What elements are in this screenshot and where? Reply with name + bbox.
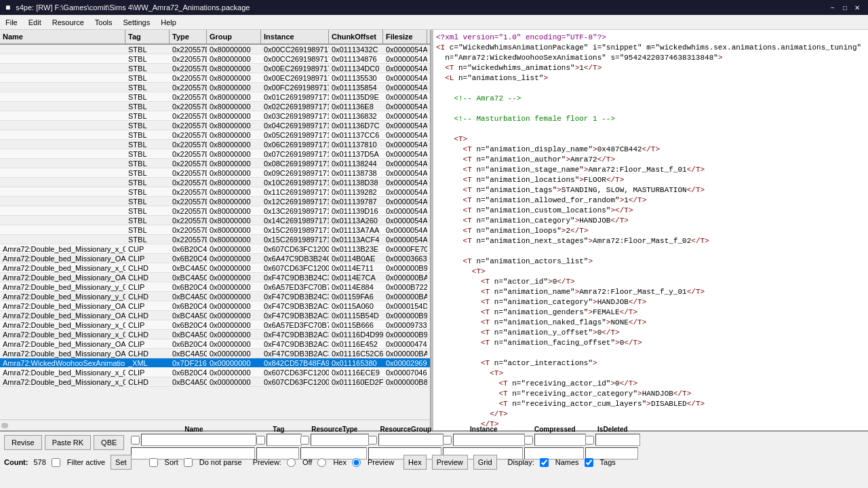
table-row[interactable]: STBL0x220557DA0x800000000x00EC2691989717…: [0, 73, 430, 83]
preview-off-radio[interactable]: [287, 458, 296, 467]
table-row[interactable]: STBL0x220557DA0x800000000x10C26919897171…: [0, 178, 430, 187]
col-header-tag[interactable]: Tag: [125, 30, 170, 43]
grid-button[interactable]: Grid: [473, 455, 497, 470]
preview-off-label: Off: [302, 458, 312, 466]
sort-checkbox[interactable]: [149, 458, 158, 467]
sort-label: Sort: [165, 458, 178, 466]
table-row[interactable]: STBL0x220557DA0x800000000x15C26919897171…: [0, 235, 430, 244]
filter-labels-row: Name Tag ResourceType ResourceGroup Inst…: [131, 426, 864, 433]
table-row[interactable]: STBL0x220557DA0x800000000x00CC2691989717…: [0, 54, 430, 64]
col-header-type[interactable]: Type: [170, 30, 207, 43]
filter-isdeleted-input[interactable]: [595, 434, 640, 446]
table-row[interactable]: STBL0x220557DA0x800000000x05C26919897171…: [0, 130, 430, 140]
tags-label: Tags: [600, 458, 616, 466]
preview-hex-radio[interactable]: [317, 458, 326, 467]
table-row[interactable]: STBL0x220557DA0x800000000x07C26919897171…: [0, 149, 430, 159]
filter-compressed-group: [524, 434, 585, 446]
table-row[interactable]: STBL0x220557DA0x800000000x15C26919897171…: [0, 225, 430, 235]
table-row[interactable]: STBL0x220557DA0x800000000x00EC2691989717…: [0, 64, 430, 73]
xml-viewer-panel: <?xml version="1.0" encoding="UTF-8"?> <…: [433, 30, 868, 430]
table-row[interactable]: STBL0x220557DA0x800000000x01C26919897171…: [0, 92, 430, 102]
col-header-name[interactable]: Name: [0, 30, 125, 43]
hex-button[interactable]: Hex: [403, 455, 427, 470]
col-header-filesize[interactable]: Filesize: [383, 30, 427, 43]
filter-active-checkbox[interactable]: [52, 458, 60, 467]
table-row[interactable]: Amra72:Double_bed_Missionary_y_05CLIP0x6…: [0, 282, 430, 292]
filter-resgroup-input[interactable]: [378, 434, 443, 446]
menu-tools[interactable]: Tools: [90, 15, 118, 30]
names-checkbox[interactable]: [540, 458, 549, 467]
table-row[interactable]: Amra72:Double_bed_Missionary_x_06CLHD0xB…: [0, 377, 430, 387]
menu-help[interactable]: Help: [155, 15, 182, 30]
col-header-instance[interactable]: Instance: [261, 30, 329, 43]
table-row[interactable]: Amra72:Double_bed_Missionary_x_06CLHD0xB…: [0, 330, 430, 339]
filter-tag-checkbox[interactable]: [256, 436, 265, 445]
table-row[interactable]: STBL0x220557DA0x800000000x09C26919897171…: [0, 168, 430, 178]
menu-resource[interactable]: Resource: [47, 15, 90, 30]
table-row[interactable]: STBL0x220557DA0x800000000x13C26919897171…: [0, 206, 430, 216]
table-row[interactable]: Amra72:Double_bed_Missionary_OA_05CLHD0x…: [0, 273, 430, 282]
table-row[interactable]: Amra72:Double_bed_Missionary_OA_07CLHD0x…: [0, 349, 430, 358]
tags-checkbox[interactable]: [585, 458, 593, 467]
count-label: Count:: [4, 458, 28, 466]
app-icon: ■: [5, 3, 10, 12]
table-row[interactable]: Amra72:Double_bed_Missionary_OA_06CLIP0x…: [0, 301, 430, 311]
filter-restype-checkbox[interactable]: [300, 436, 309, 445]
filter-name-input[interactable]: [141, 434, 256, 446]
filter-compressed-input[interactable]: [534, 434, 586, 446]
table-row[interactable]: Amra72:Double_bed_Missionary_OA_07CLIP0x…: [0, 339, 430, 349]
filter-label-instance: Instance: [443, 426, 524, 433]
do-not-parse-checkbox[interactable]: [184, 458, 193, 467]
maximize-button[interactable]: □: [840, 2, 850, 13]
resource-table-body[interactable]: STBL0x220557DA0x800000000x00CC2691989717…: [0, 45, 430, 419]
table-row[interactable]: STBL0x220557DA0x800000000x08C26919897171…: [0, 159, 430, 168]
filter-tag-input[interactable]: [267, 434, 302, 446]
table-row[interactable]: Amra72:Double_bed_Missionary_x_05CLHD0xB…: [0, 263, 430, 273]
close-button[interactable]: ✕: [852, 2, 863, 13]
menu-settings[interactable]: Settings: [117, 15, 155, 30]
menu-bar: File Edit Resource Tools Settings Help: [0, 15, 868, 30]
filter-label-name: Name: [131, 426, 256, 433]
table-row[interactable]: Amra72:Double_bed_Missionary_x_06CLIP0x6…: [0, 368, 430, 377]
table-row[interactable]: Amra72:Double_bed_Missionary_y_05CLHD0xB…: [0, 292, 430, 301]
col-header-chunkoffset[interactable]: ChunkOffset: [329, 30, 383, 43]
filter-isdeleted-checkbox[interactable]: [585, 436, 594, 445]
table-row[interactable]: STBL0x220557DA0x800000000x14C26919897171…: [0, 216, 430, 225]
table-row[interactable]: Amra72:Double_bed_Missionary_OA_05CLIP0x…: [0, 254, 430, 263]
filter-isdeleted-group: [585, 434, 639, 446]
preview-button[interactable]: Preview: [432, 455, 468, 470]
menu-edit[interactable]: Edit: [23, 15, 47, 30]
do-not-parse-label: Do not parse: [199, 458, 242, 466]
filter-instance-checkbox[interactable]: [443, 436, 452, 445]
table-row[interactable]: STBL0x220557DA0x800000000x04C26919897171…: [0, 121, 430, 130]
settings-row: Count: 578 Filter active Set Sort Do not…: [0, 453, 868, 471]
filter-compressed-checkbox[interactable]: [524, 436, 533, 445]
col-header-group[interactable]: Group: [207, 30, 261, 43]
preview-preview-radio[interactable]: [352, 458, 361, 467]
table-row[interactable]: Amra72:Double_bed_Missionary_OA_06CLHD0x…: [0, 311, 430, 320]
filter-instance-input[interactable]: [453, 434, 525, 446]
filter-resgroup-checkbox[interactable]: [368, 436, 377, 445]
table-row[interactable]: Amra72:Double_bed_Missionary_x_06CLIP0x6…: [0, 320, 430, 330]
filter-restype-input[interactable]: [311, 434, 369, 446]
table-row[interactable]: STBL0x220557DA0x800000000x00FC2691989717…: [0, 83, 430, 92]
preview-radio-label: Preview: [368, 458, 394, 466]
table-row[interactable]: STBL0x220557DA0x800000000x03C26919897171…: [0, 111, 430, 121]
bottom-panel: Revise Paste RK QBE Name Tag ResourceTyp…: [0, 430, 868, 488]
table-row[interactable]: Amra72:WickedWoohooSexAnimations_XML0x7D…: [0, 358, 430, 368]
table-row[interactable]: STBL0x220557DA0x800000000x12C26919897171…: [0, 197, 430, 206]
qbe-button[interactable]: QBE: [94, 435, 124, 450]
table-row[interactable]: Amra72:Double_bed_Missionary_x_05CUP0x6B…: [0, 244, 430, 254]
table-row[interactable]: STBL0x220557DA0x800000000x06C26919897171…: [0, 140, 430, 149]
table-row[interactable]: STBL0x220557DA0x800000000x02C26919897171…: [0, 102, 430, 111]
set-button[interactable]: Set: [111, 455, 132, 470]
preview-label: Preview:: [253, 458, 281, 466]
minimize-button[interactable]: −: [827, 2, 838, 13]
table-row[interactable]: STBL0x220557DA0x800000000x11C26919897171…: [0, 187, 430, 197]
table-row[interactable]: STBL0x220557DA0x800000000x00CC2691989717…: [0, 45, 430, 54]
revise-button[interactable]: Revise: [4, 435, 42, 450]
menu-file[interactable]: File: [0, 15, 23, 30]
filter-name-checkbox[interactable]: [131, 436, 140, 445]
paste-rk-button[interactable]: Paste RK: [45, 435, 91, 450]
window-title-group: ■ s4pe: [RW] F:\Games\comit\Sims 4\WW_Am…: [5, 3, 250, 12]
